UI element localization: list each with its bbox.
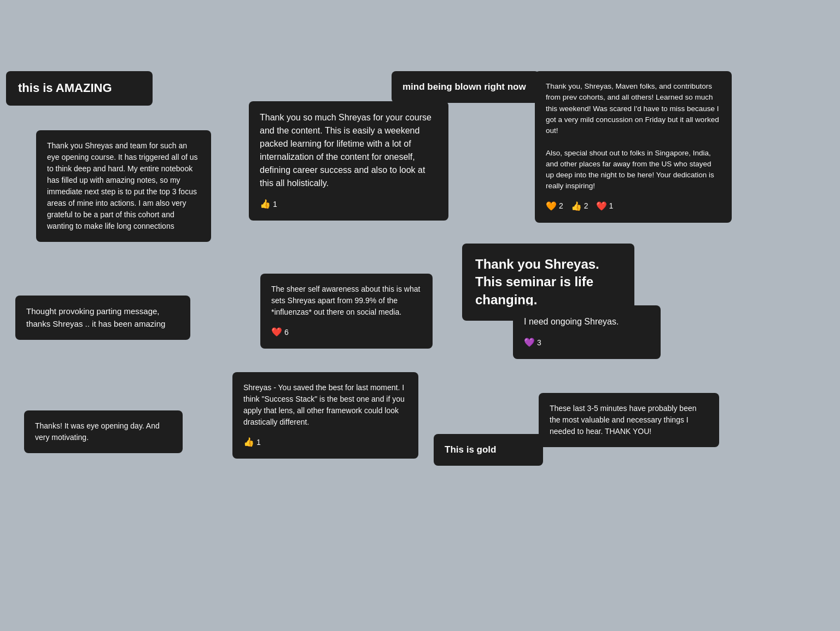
card-thank-team-text: Thank you Shreyas and team for such an e… <box>47 141 198 230</box>
card-this-is-gold-text: This is gold <box>445 444 496 455</box>
card-amazing: this is AMAZING <box>6 71 153 106</box>
reaction-red-heart: ❤️ 1 <box>596 200 614 213</box>
card-self-awareness-text: The sheer self awareness about this is w… <box>271 285 420 316</box>
card-thought-provoking: Thought provoking parting message, thank… <box>15 296 190 340</box>
card-self-awareness-reactions: ❤️ 6 <box>271 326 422 339</box>
card-this-is-gold: This is gold <box>434 434 543 466</box>
reaction-thumbsup-2: 👍 1 <box>243 436 261 449</box>
card-need-ongoing-text: I need ongoing Shreyas. <box>524 317 619 326</box>
card-mind-blown: mind being blown right now <box>392 71 539 103</box>
reaction-thumbsup-3: 👍 2 <box>571 200 588 213</box>
card-need-ongoing: I need ongoing Shreyas. 💜 3 <box>513 305 661 359</box>
card-thanks-eye-opening: Thanks! It was eye opening day. And very… <box>24 410 183 453</box>
card-thought-provoking-text: Thought provoking parting message, thank… <box>26 306 165 328</box>
card-last-minutes-text: These last 3-5 minutes have probably bee… <box>550 404 697 436</box>
card-thank-maven: Thank you, Shreyas, Maven folks, and con… <box>535 71 732 223</box>
card-saved-best-reactions: 👍 1 <box>243 436 407 449</box>
card-thank-course: Thank you so much Shreyas for your cours… <box>249 101 448 221</box>
card-thank-course-text: Thank you so much Shreyas for your cours… <box>260 113 431 188</box>
card-need-ongoing-reactions: 💜 3 <box>524 336 650 349</box>
card-thank-maven-text: Thank you, Shreyas, Maven folks, and con… <box>546 81 721 192</box>
card-thank-course-reactions: 👍 1 <box>260 198 438 211</box>
reaction-thumbsup: 👍 1 <box>260 198 277 211</box>
card-life-changing-text: Thank you Shreyas. This seminar is life … <box>475 257 599 307</box>
reaction-orange-heart: 🧡 2 <box>546 200 563 213</box>
reaction-heart: ❤️ 6 <box>271 326 289 339</box>
card-saved-best-text: Shreyas - You saved the best for last mo… <box>243 383 405 426</box>
card-self-awareness: The sheer self awareness about this is w… <box>260 274 433 349</box>
reaction-purple-heart: 💜 3 <box>524 336 541 349</box>
card-thank-maven-reactions: 🧡 2 👍 2 ❤️ 1 <box>546 200 721 213</box>
card-saved-best: Shreyas - You saved the best for last mo… <box>232 372 418 459</box>
card-amazing-text: this is AMAZING <box>18 81 112 95</box>
card-last-minutes: These last 3-5 minutes have probably bee… <box>539 393 719 447</box>
card-thanks-eye-opening-text: Thanks! It was eye opening day. And very… <box>35 421 160 442</box>
card-thank-team: Thank you Shreyas and team for such an e… <box>36 130 211 242</box>
card-mind-blown-text: mind being blown right now <box>402 82 526 92</box>
